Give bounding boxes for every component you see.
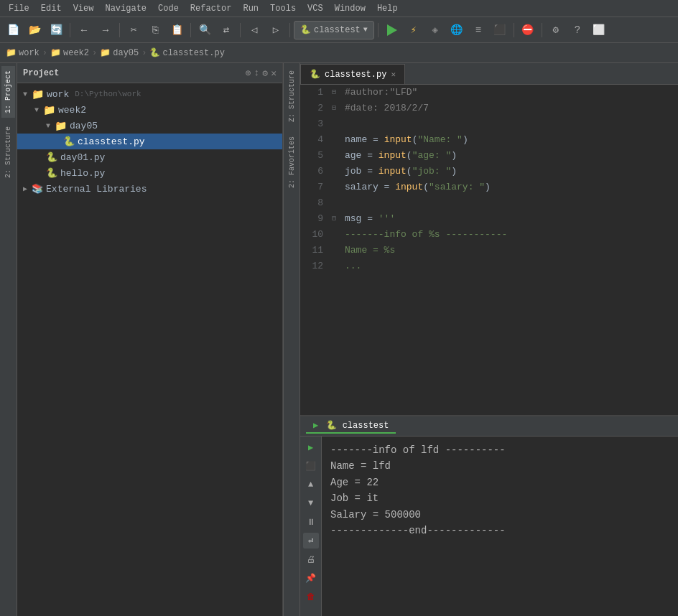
tab-close-button[interactable]: ✕	[391, 70, 396, 79]
breadcrumb-sep-1: ›	[42, 48, 47, 58]
toolbar-separator-1	[70, 23, 70, 37]
terminal-output[interactable]: -------info of lfd ---------- Name = lfd…	[322, 437, 678, 616]
tree-item-external-libs[interactable]: ▶ 📚 External Libraries	[17, 181, 282, 197]
profile-button[interactable]: 🌐	[447, 20, 467, 40]
code-content: age = input("age: ")	[339, 148, 678, 164]
fold-gutter	[329, 195, 339, 211]
scroll-down-button[interactable]: ▼	[303, 495, 319, 511]
code-editor[interactable]: 1 ⊟ #author:"LFD" 2 ⊟ #date: 2018/2/7 3	[300, 85, 678, 415]
run-tab-name: classtest	[343, 421, 389, 431]
favorites-tab[interactable]: 2: Favorites	[285, 132, 299, 192]
toolbar-separator-3	[190, 23, 191, 37]
menu-run[interactable]: Run	[237, 2, 264, 15]
code-content: msg = '''	[339, 211, 678, 227]
line-number: 11	[300, 243, 329, 258]
breadcrumb-week2[interactable]: 📁 week2	[50, 47, 89, 58]
project-tab[interactable]: 1: Project	[1, 66, 15, 118]
redo-button[interactable]: →	[96, 20, 116, 40]
debug-button[interactable]: ⚡	[404, 20, 424, 40]
hide-icon[interactable]: ✕	[271, 67, 277, 79]
extra-button[interactable]: ⬜	[589, 20, 609, 40]
tree-item-hello[interactable]: 🐍 hello.py	[17, 165, 282, 181]
run-button[interactable]	[382, 20, 402, 40]
toolbar-separator-7	[514, 23, 514, 37]
z-structure-tab[interactable]: Z: Structure	[285, 66, 299, 126]
wrap-button[interactable]: ⏎	[303, 533, 319, 549]
open-button[interactable]: 📂	[24, 20, 45, 40]
scroll-up-button[interactable]: ▲	[303, 477, 319, 493]
back-button[interactable]: ◁	[244, 20, 264, 40]
sync-button[interactable]: 🔄	[46, 20, 66, 40]
folder-icon: 📁	[32, 88, 44, 101]
fold-gutter	[329, 164, 339, 179]
run-tab[interactable]: ▶ 🐍 classtest	[306, 419, 396, 434]
menu-vcs[interactable]: VCS	[302, 2, 329, 15]
find-button[interactable]: 🔍	[195, 20, 215, 40]
project-header-title: Project	[23, 68, 59, 78]
code-content: ...	[339, 258, 678, 274]
new-file-button[interactable]: 📄	[3, 20, 23, 40]
pin-button[interactable]: 📌	[303, 570, 319, 586]
menu-file[interactable]: File	[3, 2, 35, 15]
paste-button[interactable]: 📋	[167, 20, 187, 40]
menu-navigate[interactable]: Navigate	[99, 2, 152, 15]
tree-path-work: D:\Python\work	[75, 90, 141, 98]
run-config-dropdown[interactable]: 🐍 classtest ▼	[294, 21, 374, 39]
menu-edit[interactable]: Edit	[35, 2, 68, 15]
coverage-button[interactable]: ◈	[425, 20, 445, 40]
gear-icon[interactable]: ⊕	[246, 67, 251, 79]
table-row: 2 ⊟ #date: 2018/2/7	[300, 101, 678, 116]
menu-window[interactable]: Window	[329, 2, 371, 15]
chevron-down-icon: ▼	[46, 122, 50, 130]
chevron-down-icon: ▼	[23, 90, 27, 98]
main-layout: 1: Project 2: Structure Project ⊕ ↕ ⚙ ✕ …	[0, 63, 678, 616]
vcs-button[interactable]: ⛔	[518, 20, 538, 40]
tasks-button[interactable]: ≡	[468, 20, 488, 40]
tab-classtest[interactable]: 🐍 classtest.py ✕	[300, 64, 405, 84]
stop-run-button[interactable]: ⬛	[303, 458, 319, 474]
breadcrumb-work[interactable]: 📁 work	[6, 47, 40, 58]
tree-item-day01[interactable]: 🐍 day01.py	[17, 149, 282, 165]
stop-button[interactable]: ⬛	[490, 20, 510, 40]
line-number: 1	[300, 85, 329, 101]
clear-button[interactable]: 🗑	[303, 589, 319, 605]
structure-tab-left[interactable]: 2: Structure	[1, 122, 15, 182]
menu-code[interactable]: Code	[152, 2, 185, 15]
fold-gutter	[329, 179, 339, 195]
breadcrumb-day05[interactable]: 📁 day05	[100, 47, 139, 58]
print-button[interactable]: 🖨	[303, 551, 319, 567]
tree-item-classtest[interactable]: 🐍 classtest.py	[17, 134, 282, 149]
collapse-icon[interactable]: ↕	[254, 67, 260, 79]
forward-button[interactable]: ▷	[266, 20, 286, 40]
folder-icon: 📁	[55, 120, 67, 132]
python-file-icon: 🐍	[149, 47, 160, 58]
fold-gutter: ⊟	[329, 101, 339, 116]
python-icon: 🐍	[46, 151, 57, 163]
output-line-5: Salary = 500000	[330, 507, 669, 523]
menu-help[interactable]: Help	[371, 2, 404, 15]
tree-item-week2[interactable]: ▼ 📁 week2	[17, 102, 282, 118]
settings-button[interactable]: ⚙	[546, 20, 566, 40]
menu-view[interactable]: View	[68, 2, 100, 15]
line-number: 4	[300, 132, 329, 148]
run-again-button[interactable]: ▶	[303, 439, 319, 455]
breadcrumb-file[interactable]: 🐍 classtest.py	[149, 47, 224, 58]
cut-button[interactable]: ✂	[124, 20, 144, 40]
menu-tools[interactable]: Tools	[264, 2, 302, 15]
output-line-3: Age = 22	[330, 475, 669, 490]
help-button[interactable]: ?	[567, 20, 588, 40]
replace-button[interactable]: ⇄	[216, 20, 236, 40]
output-line-2: Name = lfd	[330, 458, 669, 474]
folder-icon: 📁	[100, 47, 111, 58]
menu-refactor[interactable]: Refactor	[185, 2, 238, 15]
tree-item-day05[interactable]: ▼ 📁 day05	[17, 118, 282, 134]
tree-label-day05: day05	[70, 121, 98, 131]
chevron-down-icon: ▼	[34, 106, 39, 114]
pause-button[interactable]: ⏸	[303, 514, 319, 530]
settings-icon[interactable]: ⚙	[262, 67, 268, 79]
undo-button[interactable]: ←	[74, 20, 94, 40]
tree-item-work[interactable]: ▼ 📁 work D:\Python\work	[17, 86, 282, 102]
breadcrumb: 📁 work › 📁 week2 › 📁 day05 › 🐍 classtest…	[0, 43, 678, 63]
copy-button[interactable]: ⎘	[145, 20, 165, 40]
table-row: 8	[300, 195, 678, 211]
